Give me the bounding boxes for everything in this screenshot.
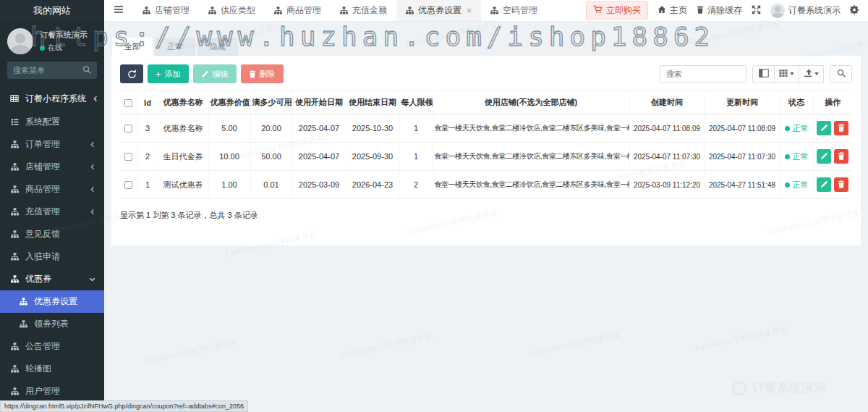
table-row[interactable]: 1测试优惠券1.000.012025-03-092026-04-232食堂一楼天… — [120, 171, 852, 199]
sitemap-icon — [19, 298, 27, 306]
clear-cache-label: 清除缓存 — [707, 4, 742, 17]
status-dot-icon — [785, 126, 790, 131]
cell-created: 2025-03-09 11:12:20 — [629, 171, 705, 199]
row-checkbox[interactable] — [124, 125, 132, 133]
cell-value: 1.00 — [208, 171, 250, 199]
row-checkbox[interactable] — [124, 153, 132, 161]
column-header[interactable]: 优惠券价值 — [208, 91, 250, 114]
sidebar-item[interactable]: 入驻申请 — [0, 245, 104, 268]
columns-button[interactable] — [775, 65, 799, 83]
column-header[interactable]: 每人限领 — [399, 91, 433, 114]
column-header[interactable]: 使用开始日期 — [292, 91, 346, 114]
clear-cache-link[interactable]: 清除缓存 — [697, 4, 742, 17]
sidebar-item[interactable]: 公告管理 — [0, 335, 104, 358]
row-checkbox[interactable] — [124, 181, 132, 189]
sidebar-item[interactable]: 店铺管理 — [0, 156, 104, 178]
column-header[interactable]: 使用结束日期 — [346, 91, 399, 114]
gear-icon — [850, 5, 859, 17]
toggle-view-button[interactable] — [752, 65, 775, 83]
sitemap-icon — [10, 275, 19, 283]
fullscreen-button[interactable] — [752, 5, 761, 17]
row-edit-button[interactable] — [817, 121, 831, 135]
sitemap-icon — [10, 163, 19, 171]
column-header[interactable]: Id — [137, 91, 158, 114]
trash-icon — [838, 124, 845, 133]
filter-tab[interactable]: 全部 — [112, 38, 153, 56]
sidebar-item[interactable]: 意见反馈 — [0, 223, 104, 245]
site-logo[interactable]: 我的网站 — [0, 0, 104, 22]
topnav-tab[interactable]: 供应类型 — [199, 0, 265, 21]
sitemap-icon — [10, 387, 19, 395]
buy-now-button[interactable]: 立即购买 — [586, 1, 648, 20]
cell-shops: 食堂一楼天天饮食,食堂二楼冷饮店,食堂二楼东区多美味,食堂一楼原味炒饭 — [433, 171, 629, 199]
topnav-tab[interactable]: 店铺管理 — [133, 0, 199, 21]
filter-tabs: 全部正常隐藏 — [112, 38, 868, 56]
add-button[interactable]: + 添加 — [148, 64, 189, 83]
filter-tab[interactable]: 隐藏 — [197, 38, 238, 56]
sitemap-icon — [10, 140, 19, 148]
cell-status: 正常 — [780, 171, 813, 199]
search-button[interactable] — [830, 65, 852, 83]
edit-button[interactable]: 编辑 — [193, 64, 237, 83]
avatar — [7, 28, 33, 54]
sidebar-item[interactable]: 用户管理 — [0, 380, 104, 403]
sidebar-subitem[interactable]: 领券列表 — [0, 313, 104, 335]
user-name: 订餐系统演示 — [40, 30, 88, 41]
sidebar-item-label: 优惠券设置 — [34, 295, 77, 308]
row-edit-button[interactable] — [817, 149, 831, 164]
topnav-tab[interactable]: 空码管理 — [481, 0, 547, 21]
topnav-tab-label: 商品管理 — [286, 4, 321, 17]
toolbar-right — [660, 65, 852, 83]
chevron-down-icon — [89, 277, 95, 282]
refresh-button[interactable] — [120, 64, 143, 83]
cell-status: 正常 — [780, 143, 813, 171]
export-button[interactable] — [799, 65, 824, 83]
select-all-header[interactable] — [120, 91, 137, 114]
table-row[interactable]: 2生日代金券10.0050.002025-04-072025-09-301食堂一… — [120, 143, 852, 171]
user-menu[interactable]: 订餐系统演示 — [770, 4, 841, 18]
sidebar-item[interactable]: 充值管理 — [0, 201, 104, 223]
sidebar-item[interactable]: 优惠券 — [0, 268, 104, 290]
sidebar-subitem[interactable]: 优惠券设置 — [0, 290, 104, 313]
column-header[interactable]: 创建时间 — [629, 91, 705, 114]
column-header[interactable]: 更新时间 — [705, 91, 780, 114]
cell-end-date: 2025-10-30 — [346, 114, 399, 143]
column-header[interactable]: 使用店铺(不选为全部店铺) — [433, 91, 629, 114]
column-header[interactable]: 满多少可用 — [250, 91, 292, 114]
row-edit-button[interactable] — [817, 177, 831, 192]
row-delete-button[interactable] — [834, 149, 848, 164]
menu-toggle-button[interactable] — [104, 0, 133, 21]
trash-icon — [838, 180, 845, 190]
cell-end-date: 2026-04-23 — [346, 171, 399, 199]
table-row[interactable]: 3优惠券名称5.0020.002025-04-072025-10-301食堂一楼… — [120, 114, 852, 143]
sidebar-item[interactable]: 订单管理 — [0, 133, 104, 156]
row-delete-button[interactable] — [834, 177, 848, 192]
row-delete-button[interactable] — [834, 121, 848, 135]
sidebar-item-root[interactable]: 订餐小程序系统 — [0, 86, 104, 111]
filter-tab[interactable]: 正常 — [155, 38, 195, 56]
settings-button[interactable] — [850, 5, 859, 17]
pencil-icon — [201, 70, 209, 78]
sidebar-item[interactable]: 轮播图 — [0, 358, 104, 380]
sidebar-item[interactable]: 商品管理 — [0, 178, 104, 201]
cell-limit: 1 — [399, 114, 433, 143]
column-header[interactable]: 状态 — [780, 91, 813, 114]
buy-now-label: 立即购买 — [606, 4, 641, 17]
home-label: 主页 — [670, 4, 687, 17]
table-search-input[interactable] — [660, 65, 746, 83]
column-header[interactable]: 优惠券名称 — [158, 91, 208, 114]
sidebar-search-input[interactable]: 搜索菜单 — [7, 62, 97, 79]
home-link[interactable]: 主页 — [658, 4, 687, 17]
select-all-checkbox[interactable] — [124, 99, 132, 107]
sitemap-icon — [10, 208, 19, 216]
sidebar-item[interactable]: 系统配置 — [0, 111, 104, 133]
topnav-tab[interactable]: 优惠券设置× — [396, 0, 481, 21]
topnav-tab[interactable]: 充值金额 — [331, 0, 396, 21]
status-badge: 正常 — [785, 151, 809, 162]
user-panel: 订餐系统演示 在线 — [0, 22, 104, 59]
delete-button[interactable]: 删除 — [241, 64, 284, 83]
topnav-tab[interactable]: 商品管理 — [265, 0, 331, 21]
sidebar-item-label: 商品管理 — [25, 183, 60, 196]
column-header[interactable]: 操作 — [813, 91, 852, 114]
close-icon[interactable]: × — [467, 6, 472, 16]
